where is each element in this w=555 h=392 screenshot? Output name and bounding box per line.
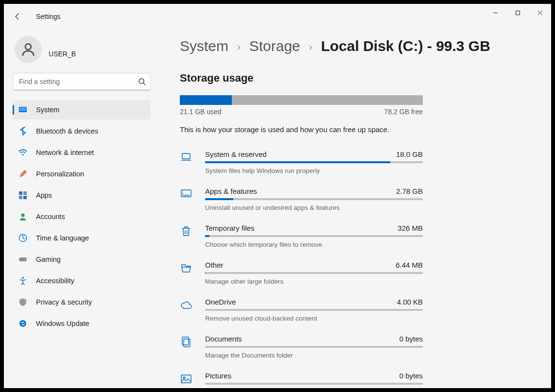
breadcrumb-current: Local Disk (C:) - 99.3 GB [321, 38, 490, 54]
category-desc: System files help Windows run properly [205, 167, 423, 174]
svg-rect-10 [19, 191, 22, 195]
usage-description: This is how your storage is used and how… [180, 125, 532, 134]
category-name: Documents [205, 335, 242, 343]
category-name: Pictures [205, 372, 231, 380]
close-button[interactable] [529, 5, 551, 20]
sidebar-item-accessibility[interactable]: Accessibility [13, 271, 151, 290]
category-size: 18.0 GB [396, 150, 423, 158]
main-content: System › Storage › Local Disk (C:) - 99.… [159, 29, 551, 388]
category-desc: Manage other large folders [205, 278, 423, 285]
folder-open-icon [180, 261, 193, 285]
storage-category-row[interactable]: OneDrive4.00 KBRemove unused cloud-backe… [180, 293, 423, 330]
laptop-icon [180, 150, 193, 174]
user-name: USER_B [49, 41, 76, 58]
sidebar-item-windows-update[interactable]: Windows Update [13, 314, 151, 333]
user-block[interactable]: USER_B [13, 33, 151, 73]
sidebar-item-label: Gaming [36, 256, 61, 263]
category-bar [205, 309, 423, 311]
storage-category-row[interactable]: Temporary files326 MBChoose which tempor… [180, 219, 423, 256]
sidebar-item-bluetooth[interactable]: Bluetooth & devices [13, 121, 151, 141]
breadcrumb-storage[interactable]: Storage [249, 38, 300, 54]
clock-globe-icon [18, 234, 27, 242]
sidebar-item-network[interactable]: Network & internet [13, 143, 151, 162]
sidebar-item-label: Privacy & security [36, 298, 92, 306]
sidebar-item-personalization[interactable]: Personalization [13, 164, 151, 184]
sidebar-item-label: Personalization [36, 170, 84, 178]
svg-line-6 [143, 83, 145, 85]
breadcrumb: System › Storage › Local Disk (C:) - 99.… [180, 38, 532, 54]
sidebar-item-system[interactable]: System [13, 100, 151, 119]
accessibility-icon [18, 276, 27, 285]
svg-rect-13 [23, 196, 27, 199]
svg-point-9 [22, 154, 23, 155]
app-title: Settings [36, 13, 61, 20]
paintbrush-icon [18, 170, 27, 178]
sidebar-item-gaming[interactable]: Gaming [13, 250, 151, 269]
back-button[interactable] [14, 13, 21, 20]
avatar [15, 36, 42, 63]
sidebar-item-time-language[interactable]: Time & language [13, 228, 151, 248]
category-bar [205, 383, 423, 385]
category-name: Apps & features [205, 187, 257, 195]
category-bar [205, 272, 423, 274]
category-size: 4.00 KB [397, 298, 423, 306]
shield-icon [18, 298, 27, 307]
trash-icon [180, 224, 193, 248]
sidebar-item-label: Apps [36, 191, 52, 199]
storage-category-row[interactable]: System & reserved18.0 GBSystem files hel… [180, 145, 423, 182]
sidebar-item-accounts[interactable]: Accounts [13, 207, 151, 226]
svg-rect-12 [19, 196, 22, 199]
category-desc: Uninstall unused or undesired apps & fea… [205, 204, 423, 211]
chevron-right-icon: › [309, 41, 312, 52]
accounts-icon [18, 212, 27, 221]
svg-rect-21 [182, 153, 190, 159]
gaming-icon [18, 255, 27, 264]
search-wrap [13, 73, 151, 90]
svg-rect-11 [23, 191, 27, 195]
cloud-icon [180, 298, 193, 322]
svg-point-17 [21, 259, 22, 260]
sidebar-item-label: Accounts [36, 213, 65, 221]
breadcrumb-system[interactable]: System [180, 38, 228, 54]
settings-window: Settings USER_B [4, 4, 551, 388]
sidebar-item-label: Accessibility [36, 277, 74, 285]
storage-category-row[interactable]: Apps & features2.78 GBUninstall unused o… [180, 182, 423, 219]
category-size: 326 MB [398, 224, 423, 232]
svg-rect-28 [184, 339, 190, 347]
category-size: 0 bytes [399, 372, 423, 380]
category-size: 2.78 GB [396, 187, 423, 195]
window-titlebar [484, 4, 551, 21]
category-name: System & reserved [205, 150, 267, 158]
category-name: OneDrive [205, 298, 236, 306]
storage-category-row[interactable]: Other6.44 MBManage other large folders [180, 256, 423, 293]
storage-categories: System & reserved18.0 GBSystem files hel… [180, 145, 532, 388]
free-label: 78.2 GB free [384, 108, 423, 116]
storage-category-row[interactable]: Pictures0 bytesManage the Pictures folde… [180, 367, 423, 388]
svg-point-14 [21, 214, 25, 217]
svg-point-18 [24, 259, 25, 260]
sidebar-item-label: Bluetooth & devices [36, 127, 98, 135]
sidebar-item-label: Time & language [36, 234, 89, 242]
chevron-right-icon: › [237, 41, 241, 52]
search-icon [138, 78, 146, 85]
used-label: 21.1 GB used [180, 108, 222, 116]
svg-rect-29 [181, 375, 191, 383]
category-desc: Manage the Documents folder [205, 352, 423, 359]
storage-category-row[interactable]: Documents0 bytesManage the Documents fol… [180, 330, 423, 367]
category-desc: Choose which temporary files to remove [205, 241, 423, 248]
category-bar [205, 346, 423, 348]
apps-icon [18, 191, 27, 200]
usage-bar-fill [180, 95, 232, 105]
app-header: Settings [4, 4, 61, 29]
maximize-button[interactable] [506, 5, 529, 20]
sidebar-item-privacy-security[interactable]: Privacy & security [13, 292, 151, 312]
pictures-icon [180, 372, 193, 388]
sidebar-item-apps[interactable]: Apps [13, 186, 151, 205]
update-icon [18, 319, 27, 328]
minimize-button[interactable] [484, 5, 506, 20]
svg-point-4 [25, 44, 31, 50]
category-bar [205, 161, 423, 163]
svg-rect-8 [19, 107, 26, 111]
search-input[interactable] [13, 73, 151, 90]
svg-rect-1 [516, 11, 520, 15]
